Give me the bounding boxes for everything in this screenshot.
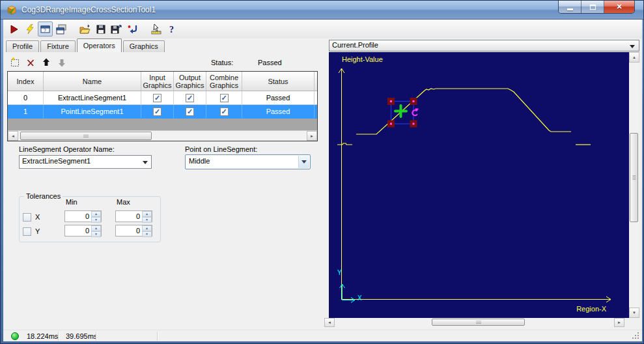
resize-grip[interactable] — [632, 332, 639, 339]
help-button[interactable]: ? — [164, 22, 179, 36]
scroll-right-button[interactable]: ► — [307, 131, 317, 141]
pointer-tool-button[interactable] — [148, 22, 163, 36]
point-on-segment-combobox[interactable]: Middle — [185, 154, 311, 169]
scroll-left-button[interactable]: ◄ — [324, 318, 335, 327]
minimize-icon — [567, 8, 573, 10]
jump-to-button[interactable] — [124, 22, 139, 36]
float-window-icon — [56, 24, 66, 35]
titlebar[interactable]: Cog3DRangeImageCrossSectionTool1 ✕ — [1, 1, 643, 20]
graphics-checkbox[interactable]: ✓ — [153, 108, 161, 116]
save-button[interactable] — [93, 22, 108, 36]
combo-dropdown-button[interactable] — [298, 156, 309, 168]
window-title: Cog3DRangeImageCrossSectionTool1 — [21, 5, 156, 14]
save-disk-icon — [96, 24, 106, 35]
grid-empty-area — [8, 119, 317, 130]
graphics-checkbox[interactable]: ✓ — [153, 94, 161, 102]
scroll-up-button[interactable]: ▲ — [629, 52, 639, 63]
grid-column-header[interactable]: Index — [8, 72, 44, 91]
delete-operator-button[interactable] — [24, 56, 37, 69]
svg-text:?: ? — [169, 25, 174, 35]
table-cell: ✓ — [141, 105, 174, 118]
new-item-icon — [10, 57, 20, 68]
table-cell: 1 — [8, 105, 44, 118]
close-button[interactable]: ✕ — [604, 1, 634, 13]
max-column-header: Max — [117, 198, 130, 206]
spin-up-button[interactable]: ▲ — [142, 211, 152, 217]
tolerance-x-max-spinner[interactable]: 0 ▲▼ — [115, 210, 152, 222]
display-vertical-scrollbar[interactable]: ▲ ▼ — [629, 52, 639, 318]
table-cell: Passed — [242, 105, 315, 118]
grid-column-header[interactable]: Input Graphics — [141, 72, 174, 91]
profile-display[interactable]: Height-ValueRegion-XXY — [329, 52, 629, 318]
jump-arrow-icon — [127, 24, 137, 35]
maximize-button[interactable] — [581, 1, 604, 13]
graphics-checkbox[interactable]: ✓ — [186, 94, 194, 102]
grid-horizontal-scrollbar[interactable]: ◄ ► — [8, 130, 317, 141]
operator-grid: IndexNameInput GraphicsOutput GraphicsCo… — [7, 71, 318, 141]
tolerance-x-checkbox[interactable] — [23, 213, 31, 222]
up-arrow-icon — [41, 57, 51, 68]
operator-name-label: LineSegment Operator Name: — [19, 145, 115, 153]
selection-marker[interactable] — [387, 98, 419, 128]
tolerance-y-min-spinner[interactable]: 0 ▲▼ — [64, 225, 102, 236]
spin-down-button[interactable]: ▼ — [142, 217, 152, 223]
open-file-button[interactable] — [77, 22, 92, 36]
tab-label: Fixture — [47, 42, 69, 50]
table-row[interactable]: 1PointLineSegment1✓✓✓Passed — [8, 105, 317, 119]
float-display-button[interactable] — [53, 22, 68, 36]
tool-window: Cog3DRangeImageCrossSectionTool1 ✕ ? — [0, 0, 644, 344]
grid-column-header[interactable]: Output Graphics — [174, 72, 206, 91]
spin-up-button[interactable]: ▲ — [142, 225, 152, 231]
graphics-checkbox[interactable]: ✓ — [186, 108, 194, 116]
display-record-selector[interactable]: Current.Profile — [329, 40, 639, 51]
drag-handle-cross[interactable] — [395, 106, 406, 117]
grid-column-header[interactable]: Name — [44, 72, 141, 91]
display-horizontal-scrollbar[interactable]: ◄ ► — [324, 318, 624, 327]
minimize-button[interactable] — [559, 1, 581, 13]
table-row[interactable]: 0ExtractLineSegment1✓✓✓Passed — [8, 91, 317, 105]
scroll-thumb[interactable] — [432, 319, 525, 326]
tolerance-y-label: Y — [35, 227, 40, 235]
svg-text:?: ? — [44, 28, 46, 33]
spin-down-button[interactable]: ▼ — [91, 231, 101, 237]
tab-operators[interactable]: Operators — [77, 38, 122, 52]
table-cell: ✓ — [206, 91, 242, 104]
electric-run-button[interactable] — [22, 22, 37, 36]
spin-down-button[interactable]: ▼ — [142, 231, 152, 237]
scroll-down-button[interactable]: ▼ — [629, 308, 639, 318]
graphics-checkbox[interactable]: ✓ — [220, 94, 229, 102]
spin-down-button[interactable]: ▼ — [91, 217, 101, 223]
record-selector-value: Current.Profile — [332, 41, 378, 49]
graphics-checkbox[interactable]: ✓ — [220, 108, 229, 116]
scroll-thumb[interactable] — [20, 132, 152, 140]
move-up-button[interactable] — [40, 56, 53, 69]
tolerance-y-checkbox[interactable] — [23, 227, 31, 236]
move-down-button[interactable] — [55, 56, 68, 69]
scroll-right-button[interactable]: ► — [614, 318, 624, 327]
tool-window-icon: ? — [40, 24, 51, 35]
spinner-value: 0 — [65, 211, 91, 222]
status-label: Status: — [211, 59, 233, 66]
tab-graphics[interactable]: Graphics — [123, 40, 165, 52]
show-tool-display-button[interactable]: ? — [38, 22, 53, 36]
scroll-thumb[interactable] — [630, 133, 638, 222]
run-status-indicator — [11, 332, 19, 340]
tolerance-x-min-spinner[interactable]: 0 ▲▼ — [64, 210, 102, 222]
total-time: 39.695ms — [66, 332, 97, 340]
save-as-button[interactable] — [109, 22, 124, 36]
tab-fixture[interactable]: Fixture — [40, 40, 76, 52]
spin-up-button[interactable]: ▲ — [91, 225, 101, 231]
add-operator-button[interactable] — [8, 56, 21, 69]
status-value: Passed — [258, 59, 282, 66]
grid-column-header[interactable]: Status — [242, 72, 315, 91]
lightning-icon — [25, 24, 35, 35]
tolerance-y-max-spinner[interactable]: 0 ▲▼ — [115, 225, 152, 236]
grid-column-header[interactable]: Combine Graphics — [206, 72, 242, 91]
tab-profile[interactable]: Profile — [6, 40, 39, 52]
run-button[interactable] — [7, 22, 21, 36]
operators-toolbar — [8, 55, 71, 70]
spin-up-button[interactable]: ▲ — [91, 211, 101, 217]
point-on-segment-value: Middle — [189, 157, 210, 165]
scroll-left-button[interactable]: ◄ — [8, 131, 18, 141]
operator-name-combobox[interactable]: ExtractLineSegment1 — [19, 155, 152, 169]
